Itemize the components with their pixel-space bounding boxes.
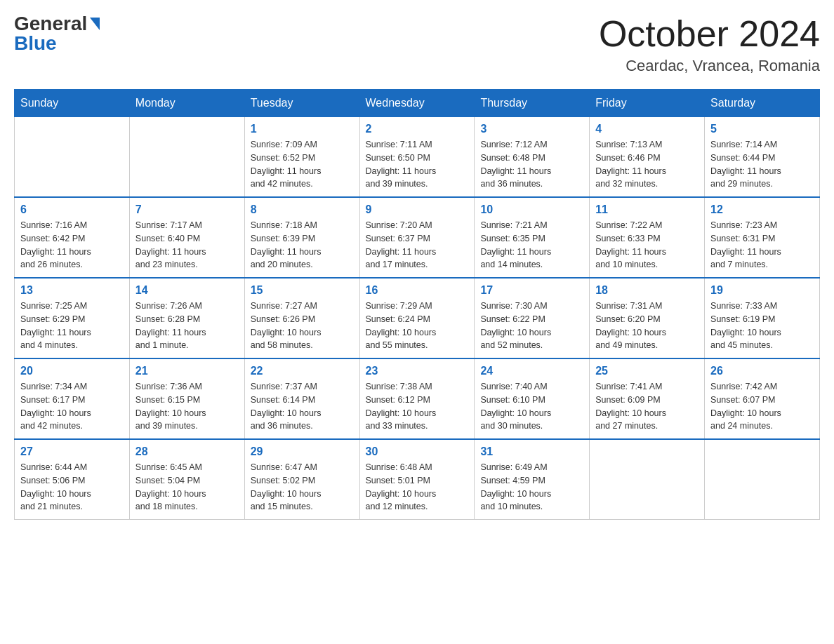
calendar-cell: 22Sunrise: 7:37 AM Sunset: 6:14 PM Dayli… — [244, 358, 359, 439]
day-number: 21 — [135, 365, 239, 377]
day-info: Sunrise: 7:38 AM Sunset: 6:12 PM Dayligh… — [366, 380, 469, 433]
calendar-cell — [129, 117, 244, 198]
day-number: 30 — [366, 445, 469, 458]
day-number: 10 — [480, 203, 583, 216]
day-info: Sunrise: 7:16 AM Sunset: 6:42 PM Dayligh… — [20, 219, 124, 271]
day-info: Sunrise: 7:42 AM Sunset: 6:07 PM Dayligh… — [710, 380, 814, 433]
calendar-cell: 18Sunrise: 7:31 AM Sunset: 6:20 PM Dayli… — [590, 278, 705, 358]
page-header: General Blue October 2024 Ceardac, Vranc… — [14, 14, 820, 75]
calendar-cell: 24Sunrise: 7:40 AM Sunset: 6:10 PM Dayli… — [475, 358, 590, 439]
logo-blue-text: Blue — [14, 34, 57, 53]
calendar-table: SundayMondayTuesdayWednesdayThursdayFrid… — [14, 89, 820, 520]
day-info: Sunrise: 6:48 AM Sunset: 5:01 PM Dayligh… — [366, 461, 469, 514]
calendar-cell: 13Sunrise: 7:25 AM Sunset: 6:29 PM Dayli… — [15, 278, 130, 358]
calendar-cell: 9Sunrise: 7:20 AM Sunset: 6:37 PM Daylig… — [359, 197, 475, 278]
day-number: 11 — [595, 203, 699, 216]
day-number: 2 — [366, 123, 469, 135]
logo: General Blue — [14, 14, 100, 53]
calendar-day-header: Thursday — [475, 90, 590, 117]
day-info: Sunrise: 7:30 AM Sunset: 6:22 PM Dayligh… — [480, 300, 583, 352]
title-block: October 2024 Ceardac, Vrancea, Romania — [599, 14, 820, 75]
calendar-cell: 23Sunrise: 7:38 AM Sunset: 6:12 PM Dayli… — [359, 358, 475, 439]
day-number: 18 — [595, 284, 699, 297]
calendar-cell — [590, 439, 705, 520]
calendar-cell: 25Sunrise: 7:41 AM Sunset: 6:09 PM Dayli… — [590, 358, 705, 439]
calendar-cell: 28Sunrise: 6:45 AM Sunset: 5:04 PM Dayli… — [129, 439, 244, 520]
day-info: Sunrise: 7:22 AM Sunset: 6:33 PM Dayligh… — [595, 219, 699, 271]
day-number: 8 — [251, 203, 354, 216]
calendar-day-header: Tuesday — [244, 90, 359, 117]
calendar-day-header: Friday — [590, 90, 705, 117]
day-info: Sunrise: 7:21 AM Sunset: 6:35 PM Dayligh… — [480, 219, 583, 271]
day-info: Sunrise: 6:45 AM Sunset: 5:04 PM Dayligh… — [135, 461, 239, 514]
day-info: Sunrise: 7:25 AM Sunset: 6:29 PM Dayligh… — [20, 300, 124, 352]
day-number: 4 — [595, 123, 699, 135]
calendar-cell: 20Sunrise: 7:34 AM Sunset: 6:17 PM Dayli… — [15, 358, 130, 439]
calendar-cell: 7Sunrise: 7:17 AM Sunset: 6:40 PM Daylig… — [129, 197, 244, 278]
day-number: 5 — [710, 123, 814, 135]
day-number: 28 — [135, 445, 239, 458]
day-number: 23 — [366, 365, 469, 377]
calendar-cell: 26Sunrise: 7:42 AM Sunset: 6:07 PM Dayli… — [705, 358, 820, 439]
calendar-cell: 1Sunrise: 7:09 AM Sunset: 6:52 PM Daylig… — [244, 117, 359, 198]
day-info: Sunrise: 7:41 AM Sunset: 6:09 PM Dayligh… — [595, 380, 699, 433]
day-number: 15 — [251, 284, 354, 297]
calendar-day-header: Saturday — [705, 90, 820, 117]
day-number: 25 — [595, 365, 699, 377]
day-number: 7 — [135, 203, 239, 216]
logo-general-text: General — [14, 14, 87, 34]
day-info: Sunrise: 7:31 AM Sunset: 6:20 PM Dayligh… — [595, 300, 699, 352]
calendar-cell: 3Sunrise: 7:12 AM Sunset: 6:48 PM Daylig… — [475, 117, 590, 198]
day-info: Sunrise: 7:34 AM Sunset: 6:17 PM Dayligh… — [20, 380, 124, 433]
calendar-cell: 10Sunrise: 7:21 AM Sunset: 6:35 PM Dayli… — [475, 197, 590, 278]
day-number: 9 — [366, 203, 469, 216]
calendar-cell: 27Sunrise: 6:44 AM Sunset: 5:06 PM Dayli… — [15, 439, 130, 520]
day-number: 6 — [20, 203, 124, 216]
calendar-cell: 4Sunrise: 7:13 AM Sunset: 6:46 PM Daylig… — [590, 117, 705, 198]
day-info: Sunrise: 7:40 AM Sunset: 6:10 PM Dayligh… — [480, 380, 583, 433]
calendar-day-header: Sunday — [15, 90, 130, 117]
calendar-cell: 2Sunrise: 7:11 AM Sunset: 6:50 PM Daylig… — [359, 117, 475, 198]
day-info: Sunrise: 6:44 AM Sunset: 5:06 PM Dayligh… — [20, 461, 124, 514]
calendar-cell: 30Sunrise: 6:48 AM Sunset: 5:01 PM Dayli… — [359, 439, 475, 520]
day-info: Sunrise: 7:18 AM Sunset: 6:39 PM Dayligh… — [251, 219, 354, 271]
calendar-cell: 21Sunrise: 7:36 AM Sunset: 6:15 PM Dayli… — [129, 358, 244, 439]
location-subtitle: Ceardac, Vrancea, Romania — [599, 57, 820, 75]
day-info: Sunrise: 7:13 AM Sunset: 6:46 PM Dayligh… — [595, 138, 699, 191]
calendar-cell: 8Sunrise: 7:18 AM Sunset: 6:39 PM Daylig… — [244, 197, 359, 278]
calendar-day-header: Monday — [129, 90, 244, 117]
calendar-week-row: 20Sunrise: 7:34 AM Sunset: 6:17 PM Dayli… — [15, 358, 820, 439]
calendar-cell: 17Sunrise: 7:30 AM Sunset: 6:22 PM Dayli… — [475, 278, 590, 358]
day-number: 1 — [251, 123, 354, 135]
calendar-cell: 15Sunrise: 7:27 AM Sunset: 6:26 PM Dayli… — [244, 278, 359, 358]
day-number: 26 — [710, 365, 814, 377]
day-info: Sunrise: 7:26 AM Sunset: 6:28 PM Dayligh… — [135, 300, 239, 352]
day-number: 24 — [480, 365, 583, 377]
day-number: 17 — [480, 284, 583, 297]
calendar-cell — [705, 439, 820, 520]
calendar-cell: 19Sunrise: 7:33 AM Sunset: 6:19 PM Dayli… — [705, 278, 820, 358]
day-info: Sunrise: 7:37 AM Sunset: 6:14 PM Dayligh… — [251, 380, 354, 433]
day-number: 20 — [20, 365, 124, 377]
calendar-week-row: 13Sunrise: 7:25 AM Sunset: 6:29 PM Dayli… — [15, 278, 820, 358]
calendar-cell: 29Sunrise: 6:47 AM Sunset: 5:02 PM Dayli… — [244, 439, 359, 520]
calendar-cell: 11Sunrise: 7:22 AM Sunset: 6:33 PM Dayli… — [590, 197, 705, 278]
day-info: Sunrise: 7:29 AM Sunset: 6:24 PM Dayligh… — [366, 300, 469, 352]
logo-triangle-icon — [90, 18, 100, 30]
day-info: Sunrise: 7:17 AM Sunset: 6:40 PM Dayligh… — [135, 219, 239, 271]
day-info: Sunrise: 7:09 AM Sunset: 6:52 PM Dayligh… — [251, 138, 354, 191]
day-info: Sunrise: 7:23 AM Sunset: 6:31 PM Dayligh… — [710, 219, 814, 271]
day-number: 13 — [20, 284, 124, 297]
month-title: October 2024 — [599, 14, 820, 54]
day-info: Sunrise: 7:12 AM Sunset: 6:48 PM Dayligh… — [480, 138, 583, 191]
day-number: 14 — [135, 284, 239, 297]
calendar-header-row: SundayMondayTuesdayWednesdayThursdayFrid… — [15, 90, 820, 117]
day-info: Sunrise: 7:14 AM Sunset: 6:44 PM Dayligh… — [710, 138, 814, 191]
calendar-cell: 31Sunrise: 6:49 AM Sunset: 4:59 PM Dayli… — [475, 439, 590, 520]
calendar-cell — [15, 117, 130, 198]
calendar-week-row: 6Sunrise: 7:16 AM Sunset: 6:42 PM Daylig… — [15, 197, 820, 278]
day-info: Sunrise: 6:47 AM Sunset: 5:02 PM Dayligh… — [251, 461, 354, 514]
day-info: Sunrise: 7:20 AM Sunset: 6:37 PM Dayligh… — [366, 219, 469, 271]
day-info: Sunrise: 7:27 AM Sunset: 6:26 PM Dayligh… — [251, 300, 354, 352]
day-info: Sunrise: 7:33 AM Sunset: 6:19 PM Dayligh… — [710, 300, 814, 352]
